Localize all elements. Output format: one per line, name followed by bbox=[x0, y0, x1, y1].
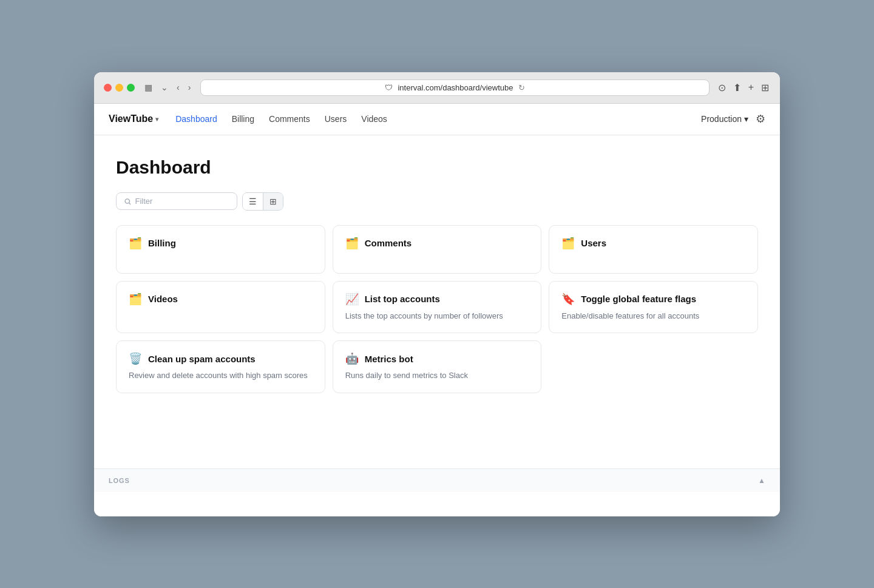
minimize-button[interactable] bbox=[115, 84, 123, 92]
card-title: Toggle global feature flags bbox=[581, 294, 696, 304]
url-display: interval.com/dashboard/viewtube bbox=[398, 83, 513, 92]
sidebar-chevron-button[interactable]: ⌄ bbox=[158, 81, 171, 93]
folder-icon: 🗂️ bbox=[129, 292, 142, 306]
address-bar[interactable]: 🛡 interval.com/dashboard/viewtube ↻ bbox=[200, 79, 709, 96]
card-title: List top accounts bbox=[365, 294, 440, 304]
logs-label: LOGS bbox=[109, 477, 130, 484]
nav-item-dashboard[interactable]: Dashboard bbox=[175, 112, 217, 126]
nav-item-billing[interactable]: Billing bbox=[232, 112, 254, 126]
chart-icon: 📈 bbox=[345, 292, 359, 306]
fullscreen-button[interactable] bbox=[127, 84, 135, 92]
nav-item-users[interactable]: Users bbox=[325, 112, 347, 126]
page-title: Dashboard bbox=[116, 157, 758, 178]
robot-icon: 🤖 bbox=[345, 352, 359, 365]
top-nav: ViewTube ▾ Dashboard Billing Comments Us… bbox=[94, 104, 780, 135]
folder-icon: 🗂️ bbox=[129, 237, 142, 250]
card-list-top-accounts[interactable]: 📈 List top accounts Lists the top accoun… bbox=[333, 281, 542, 334]
app-logo-text: ViewTube bbox=[109, 113, 153, 124]
close-button[interactable] bbox=[104, 84, 112, 92]
svg-point-0 bbox=[125, 198, 129, 203]
card-comments[interactable]: 🗂️ Comments bbox=[333, 225, 542, 274]
card-description: Lists the top accounts by number of foll… bbox=[345, 311, 529, 322]
logs-bar[interactable]: LOGS ▲ bbox=[94, 468, 780, 492]
browser-controls: ▦ ⌄ ‹ › bbox=[142, 81, 193, 93]
card-videos[interactable]: 🗂️ Videos bbox=[116, 281, 325, 334]
settings-button[interactable]: ⚙ bbox=[756, 112, 765, 126]
card-metrics-bot[interactable]: 🤖 Metrics bot Runs daily to send metrics… bbox=[333, 340, 542, 393]
grid-view-button[interactable]: ⊞ bbox=[263, 193, 283, 210]
download-button[interactable]: ⊙ bbox=[717, 81, 727, 95]
security-icon: 🛡 bbox=[385, 83, 393, 92]
folder-icon: 🗂️ bbox=[561, 237, 575, 250]
main-content: Dashboard ☰ ⊞ bbox=[94, 135, 780, 408]
card-billing[interactable]: 🗂️ Billing bbox=[116, 225, 325, 274]
filter-input-container[interactable] bbox=[116, 192, 237, 210]
card-empty bbox=[549, 340, 758, 393]
browser-actions: ⊙ ⬆ + ⊞ bbox=[717, 81, 770, 95]
card-title: Comments bbox=[365, 238, 412, 248]
trash-icon: 🗑️ bbox=[129, 352, 142, 365]
toolbar: ☰ ⊞ bbox=[116, 192, 758, 211]
folder-icon: 🗂️ bbox=[345, 237, 359, 250]
back-button[interactable]: ‹ bbox=[174, 81, 182, 93]
reload-icon: ↻ bbox=[518, 83, 525, 92]
card-users[interactable]: 🗂️ Users bbox=[549, 225, 758, 274]
share-button[interactable]: ⬆ bbox=[732, 81, 742, 95]
flag-icon: 🔖 bbox=[561, 292, 575, 306]
new-tab-button[interactable]: + bbox=[747, 81, 755, 94]
extensions-button[interactable]: ⊞ bbox=[760, 81, 770, 95]
cards-grid: 🗂️ Billing 🗂️ Comments 🗂️ Users bbox=[116, 225, 758, 394]
sidebar-toggle-button[interactable]: ▦ bbox=[142, 81, 155, 93]
environment-label: Production bbox=[701, 114, 742, 124]
forward-button[interactable]: › bbox=[186, 81, 194, 93]
card-description: Runs daily to send metrics to Slack bbox=[345, 370, 529, 382]
browser-chrome: ▦ ⌄ ‹ › 🛡 interval.com/dashboard/viewtub… bbox=[94, 72, 780, 104]
card-title: Videos bbox=[148, 294, 178, 304]
card-description: Enable/disable features for all accounts bbox=[561, 311, 745, 322]
logo-chevron-icon: ▾ bbox=[155, 116, 158, 123]
app-container: ViewTube ▾ Dashboard Billing Comments Us… bbox=[94, 104, 780, 516]
view-toggle: ☰ ⊞ bbox=[242, 192, 283, 211]
filter-text-input[interactable] bbox=[135, 197, 229, 206]
card-toggle-feature-flags[interactable]: 🔖 Toggle global feature flags Enable/dis… bbox=[549, 281, 758, 334]
card-title: Users bbox=[581, 238, 606, 248]
svg-line-1 bbox=[129, 203, 130, 204]
card-title: Metrics bot bbox=[365, 354, 413, 364]
nav-item-comments[interactable]: Comments bbox=[269, 112, 310, 126]
logs-expand-icon[interactable]: ▲ bbox=[758, 476, 765, 485]
search-icon bbox=[124, 197, 132, 206]
env-chevron-icon: ▾ bbox=[744, 114, 748, 124]
app-logo[interactable]: ViewTube ▾ bbox=[109, 113, 158, 124]
list-view-button[interactable]: ☰ bbox=[243, 193, 263, 210]
traffic-lights bbox=[104, 84, 135, 92]
card-title: Billing bbox=[148, 238, 176, 248]
card-clean-spam[interactable]: 🗑️ Clean up spam accounts Review and del… bbox=[116, 340, 325, 393]
nav-item-videos[interactable]: Videos bbox=[361, 112, 387, 126]
nav-links: Dashboard Billing Comments Users Videos bbox=[175, 112, 387, 126]
card-description: Review and delete accounts with high spa… bbox=[129, 370, 313, 382]
environment-selector[interactable]: Production ▾ bbox=[701, 114, 748, 124]
card-title: Clean up spam accounts bbox=[148, 354, 256, 364]
browser-window: ▦ ⌄ ‹ › 🛡 interval.com/dashboard/viewtub… bbox=[94, 72, 780, 516]
